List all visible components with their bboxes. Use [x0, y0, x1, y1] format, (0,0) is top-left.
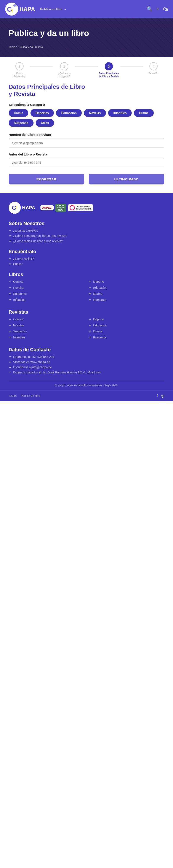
form-title: Datos Principales de Libro y Revista [9, 83, 164, 98]
revistas-drama[interactable]: Drama [89, 330, 164, 333]
footer-libros: Libros Comics Deporte Novelas Educación … [9, 272, 164, 303]
encuentralo-heading: Encuéntralo [9, 249, 164, 254]
libros-heading: Libros [9, 272, 164, 277]
cat-educacion[interactable]: Educacion [56, 109, 82, 117]
instagram-icon[interactable]: ◎ [161, 394, 164, 398]
footer-badges: ASPEC GREENACTIONNOW CONSUMERSINTERNATIO… [40, 204, 93, 212]
footer-revistas: Revistas Comics Deporte Novelas Educació… [9, 309, 164, 341]
footer-link-compartir[interactable]: ¿Cómo compartir un libro o una revista? [9, 234, 164, 238]
libros-romance[interactable]: Romance [89, 298, 164, 302]
cat-otros[interactable]: Otros [36, 119, 54, 127]
steps-section: 1 DatosPersonales 2 ¿Qué vas acompartir?… [0, 57, 173, 78]
book-name-input[interactable] [9, 138, 164, 148]
breadcrumb-current: Publica y da un libro [18, 45, 43, 49]
menu-icon[interactable]: ≡ [156, 6, 159, 12]
footer-publica-link[interactable]: Publica un libro [21, 394, 40, 397]
next-button[interactable]: ULTIMO PASO [89, 174, 164, 184]
step-4-label: Datos F... [149, 72, 158, 75]
step-2-label: ¿Qué vas acompartir? [58, 72, 70, 78]
consumers-badge: CONSUMERSINTERNATIONAL [68, 204, 93, 211]
aspec-badge: ASPEC [40, 205, 54, 210]
footer-very-bottom: Ayuda Publica un libro f ◎ [0, 390, 173, 401]
footer-encuentralo: Encuéntralo ¿Como recibir? Buscar [9, 249, 164, 266]
category-label: Selecciona la Categoría [9, 103, 164, 106]
libros-drama[interactable]: Drama [89, 292, 164, 296]
revistas-novelas[interactable]: Novelas [9, 323, 84, 327]
step-2[interactable]: 2 ¿Qué vas acompartir? [53, 62, 75, 78]
button-row: REGRESAR ULTIMO PASO [9, 174, 164, 184]
revistas-deporte[interactable]: Deporte [89, 317, 164, 321]
contacto-direccion[interactable]: Estamos ubicados en Av. José Ramirez Gas… [9, 371, 164, 374]
step-3[interactable]: 3 Datos Principalesde Libro y Revista [98, 62, 120, 78]
revistas-educacion[interactable]: Educación [89, 323, 164, 327]
contacto-llamanos[interactable]: LLamanos al +51 934 543 234 [9, 355, 164, 359]
step-1-circle: 1 [16, 62, 24, 70]
libros-deporte[interactable]: Deporte [89, 280, 164, 283]
category-grid: Comic Deportes Educacion Novelas Infanti… [9, 109, 164, 127]
header: C ! HAPA Publica un libro → 🔍 ≡ 🛍 [0, 0, 173, 18]
search-icon[interactable]: 🔍 [147, 6, 152, 12]
logo-hapa-text: HAPA [20, 6, 35, 12]
author-label: Autor del Libro o Revista [9, 153, 164, 156]
cat-comic[interactable]: Comic [9, 109, 28, 117]
footer-link-que-es[interactable]: ¿Qué es CHAPA!? [9, 229, 164, 232]
logo[interactable]: C ! [5, 3, 18, 16]
footer-link-buscar[interactable]: Buscar [9, 262, 164, 266]
breadcrumb-home[interactable]: Inicio [9, 45, 15, 49]
cat-suspenso[interactable]: Suspenso [9, 119, 33, 127]
cat-novelas[interactable]: Novelas [84, 109, 106, 117]
revistas-comics[interactable]: Comics [9, 317, 84, 321]
author-input[interactable] [9, 158, 164, 167]
step-3-circle: 3 [105, 62, 113, 70]
libros-novelas[interactable]: Novelas [9, 286, 84, 289]
revistas-heading: Revistas [9, 309, 164, 315]
consumers-circle-icon [69, 205, 75, 210]
step-4[interactable]: 4 Datos F... [143, 62, 164, 75]
footer-logo: C ! HAPA [9, 202, 35, 214]
cat-deportes[interactable]: Deportes [30, 109, 54, 117]
form-section: Datos Principales de Libro y Revista Sel… [0, 78, 173, 193]
step-2-circle: 2 [60, 62, 68, 70]
contacto-heading: Datos de Contacto [9, 347, 164, 352]
sobre-heading: Sobre Nosotros [9, 221, 164, 226]
footer-link-como-recibir[interactable]: ¿Como recibir? [9, 257, 164, 260]
back-button[interactable]: REGRESAR [9, 174, 84, 184]
footer-bottom-links: Ayuda Publica un libro [9, 394, 40, 397]
step-1-label: DatosPersonales [13, 72, 25, 78]
step-4-circle: 4 [149, 62, 157, 70]
revistas-infantiles[interactable]: Infantiles [9, 336, 84, 339]
contacto-escribenos[interactable]: Escribenos a info@chapa.pe [9, 365, 164, 369]
contacto-visitanos[interactable]: Visitanos en www.chapa.pe [9, 360, 164, 364]
step-3-label: Datos Principalesde Libro y Revista [98, 72, 119, 78]
cat-drama[interactable]: Drama [134, 109, 154, 117]
footer-top: C ! HAPA ASPEC GREENACTIONNOW CONSUMERSI… [9, 202, 164, 214]
revistas-grid: Comics Deporte Novelas Educación Suspens… [9, 317, 164, 341]
footer-link-recibir[interactable]: ¿Cómo recibir un libro o una revista? [9, 239, 164, 243]
footer-logo-circle: C ! [9, 202, 21, 214]
libros-infantiles[interactable]: Infantiles [9, 298, 84, 302]
green-action-badge: GREENACTIONNOW [55, 204, 66, 212]
step-line-2 [75, 66, 98, 66]
author-group: Autor del Libro o Revista [9, 153, 164, 167]
revistas-suspenso[interactable]: Suspenso [9, 330, 84, 333]
publish-link[interactable]: Publica un libro → [40, 7, 143, 11]
header-icons: 🔍 ≡ 🛍 [147, 6, 168, 12]
libros-comics[interactable]: Comics [9, 280, 84, 283]
footer-ayuda-link[interactable]: Ayuda [9, 394, 17, 397]
book-name-label: Nombre del Libro o Revista [9, 133, 164, 136]
revistas-romance[interactable]: Romance [89, 336, 164, 339]
step-line-3 [120, 66, 143, 66]
step-1[interactable]: 1 DatosPersonales [9, 62, 30, 78]
hero-title: Publica y da un libro [9, 29, 95, 38]
social-icons: f ◎ [157, 394, 164, 398]
footer-sobre: Sobre Nosotros ¿Qué es CHAPA!? ¿Cómo com… [9, 221, 164, 243]
libros-grid: Comics Deporte Novelas Educación Suspens… [9, 280, 164, 303]
copyright-text: Copiright, todos los derechos reservados… [55, 384, 118, 387]
libros-suspenso[interactable]: Suspenso [9, 292, 84, 296]
libros-educacion[interactable]: Educación [89, 286, 164, 289]
footer-contacto: Datos de Contacto LLamanos al +51 934 54… [9, 347, 164, 374]
cart-icon[interactable]: 🛍 [163, 6, 168, 12]
footer: C ! HAPA ASPEC GREENACTIONNOW CONSUMERSI… [0, 193, 173, 390]
facebook-icon[interactable]: f [157, 394, 158, 398]
cat-infantiles[interactable]: Infantiles [108, 109, 132, 117]
